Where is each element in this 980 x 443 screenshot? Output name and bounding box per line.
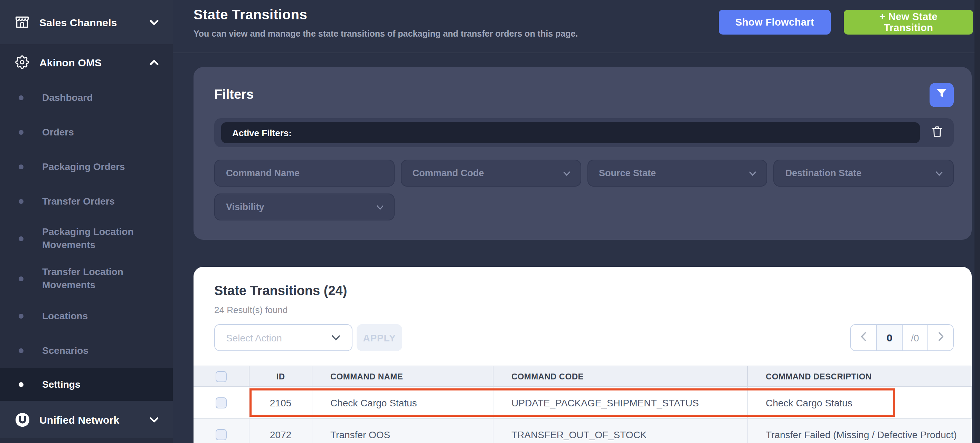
filter-fields-row-2: Visibility <box>214 193 954 220</box>
bullet-icon <box>19 314 24 318</box>
select-action-dropdown[interactable]: Select Action <box>214 324 352 351</box>
clear-filters-button[interactable] <box>920 122 954 143</box>
pagination-next-button[interactable] <box>928 325 953 351</box>
column-header-id[interactable]: ID <box>250 366 312 386</box>
sidebar-item-scenarios[interactable]: Scenarios <box>0 333 173 368</box>
chevron-down-icon <box>149 19 159 25</box>
row-checkbox[interactable] <box>216 397 227 408</box>
show-flowchart-button[interactable]: Show Flowchart <box>719 10 831 35</box>
active-filters-bar: Active Filters: <box>214 118 954 147</box>
sidebar-item-orders[interactable]: Orders <box>0 115 173 149</box>
pagination: 0 /0 <box>850 324 954 351</box>
sidebar-item-dashboard[interactable]: Dashboard <box>0 80 173 115</box>
chevron-down-icon <box>562 171 571 176</box>
page-scroll-gutter <box>974 0 980 443</box>
table-row-2105[interactable]: 2105 Check Cargo Status UPDATE_PACKAGE_S… <box>194 387 972 419</box>
sidebar-item-packaging-orders[interactable]: Packaging Orders <box>0 149 173 184</box>
bullet-icon <box>19 95 24 100</box>
table-row-2072[interactable]: 2072 Transfer OOS TRANSFER_OUT_OF_STOCK … <box>194 419 972 443</box>
bullet-icon <box>19 236 24 241</box>
cell-id: 2072 <box>250 419 312 443</box>
chevron-down-icon <box>331 335 341 341</box>
pagination-total-pages: /0 <box>902 325 928 351</box>
cell-command-description: Check Cargo Status <box>748 387 972 418</box>
chevron-right-icon <box>937 332 944 344</box>
destination-state-select[interactable]: Destination State <box>774 159 954 186</box>
pagination-prev-button[interactable] <box>851 325 877 351</box>
filters-title: Filters <box>214 87 254 102</box>
pagination-current-page[interactable]: 0 <box>877 325 902 351</box>
cell-command-description: Transfer Failed (Missing / Defective Pro… <box>748 419 972 443</box>
page-header: State Transitions You can view and manag… <box>173 0 980 53</box>
select-all-checkbox[interactable] <box>216 371 227 382</box>
cell-command-code: TRANSFER_OUT_OF_STOCK <box>493 419 748 443</box>
results-panel: State Transitions (24) 24 Result(s) foun… <box>194 267 972 443</box>
new-state-transition-button[interactable]: + New State Transition <box>844 10 973 35</box>
chevron-up-icon <box>149 59 159 65</box>
sidebar-submenu: Dashboard Orders Packaging Orders Transf… <box>0 80 173 401</box>
trash-icon <box>930 124 944 141</box>
sidebar-item-akinon-oms[interactable]: Akinon OMS <box>0 44 173 80</box>
sidebar-item-unified-network[interactable]: Unified Network <box>0 401 173 438</box>
sidebar: Sales Channels Akinon OMS Dashboard <box>0 0 173 443</box>
sidebar-item-transfer-orders[interactable]: Transfer Orders <box>0 184 173 218</box>
sidebar-item-locations[interactable]: Locations <box>0 298 173 333</box>
state-transitions-table: ID COMMAND NAME COMMAND CODE COMMAND DES… <box>194 366 972 443</box>
command-code-select[interactable]: Command Code <box>401 159 581 186</box>
source-state-select[interactable]: Source State <box>587 159 767 186</box>
chevron-down-icon <box>749 171 757 176</box>
sidebar-item-label: Sales Channels <box>40 16 149 28</box>
gear-icon <box>14 54 30 70</box>
storefront-icon <box>14 14 30 30</box>
filters-panel: Filters Active Filters: <box>194 67 972 240</box>
bullet-icon <box>19 276 24 281</box>
bullet-icon <box>19 199 24 204</box>
bullet-icon <box>19 164 24 169</box>
filter-fields-row: Command Code Source State Destination St… <box>214 159 954 186</box>
cell-id: 2105 <box>250 387 312 418</box>
results-heading: State Transitions (24) <box>214 284 954 298</box>
cell-command-name: Transfer OOS <box>312 419 493 443</box>
chevron-down-icon <box>376 204 384 210</box>
column-header-command-code[interactable]: COMMAND CODE <box>493 366 748 386</box>
unified-network-logo-icon <box>14 411 30 428</box>
command-name-input[interactable] <box>214 159 395 186</box>
sidebar-item-settings[interactable]: Settings <box>0 368 173 401</box>
column-header-command-name[interactable]: COMMAND NAME <box>312 366 493 386</box>
main-content: State Transitions You can view and manag… <box>173 0 980 443</box>
header-actions: Show Flowchart + New State Transition <box>719 10 973 35</box>
sidebar-item-label: Akinon OMS <box>40 56 149 68</box>
bullet-icon <box>19 129 24 134</box>
filter-toggle-button[interactable] <box>929 83 954 107</box>
sidebar-item-transfer-location-movements[interactable]: Transfer Location Movements <box>0 258 173 298</box>
table-header-row: ID COMMAND NAME COMMAND CODE COMMAND DES… <box>194 366 972 387</box>
chevron-left-icon <box>861 332 867 344</box>
funnel-icon <box>935 87 948 102</box>
visibility-select[interactable]: Visibility <box>214 193 395 220</box>
bullet-icon <box>19 348 24 353</box>
sidebar-item-label: Unified Network <box>40 414 149 425</box>
results-count: 24 Result(s) found <box>214 305 954 315</box>
sidebar-item-integration[interactable]: Integration <box>0 438 173 443</box>
cell-command-name: Check Cargo Status <box>312 387 493 418</box>
bullet-icon <box>19 382 24 387</box>
sidebar-item-sales-channels[interactable]: Sales Channels <box>0 0 173 44</box>
active-filters-label: Active Filters: <box>232 127 292 138</box>
row-checkbox[interactable] <box>216 429 227 440</box>
active-filters-field: Active Filters: <box>221 122 920 143</box>
sidebar-item-packaging-location-movements[interactable]: Packaging Location Movements <box>0 218 173 258</box>
table-action-row: Select Action APPLY 0 /0 <box>214 324 954 351</box>
cell-command-code: UPDATE_PACKAGE_SHIPMENT_STATUS <box>493 387 748 418</box>
apply-button[interactable]: APPLY <box>356 324 402 351</box>
column-header-command-description[interactable]: COMMAND DESCRIPTION <box>748 366 972 386</box>
chevron-down-icon <box>149 416 159 422</box>
app-root: Sales Channels Akinon OMS Dashboard <box>0 0 980 443</box>
chevron-down-icon <box>935 171 943 176</box>
